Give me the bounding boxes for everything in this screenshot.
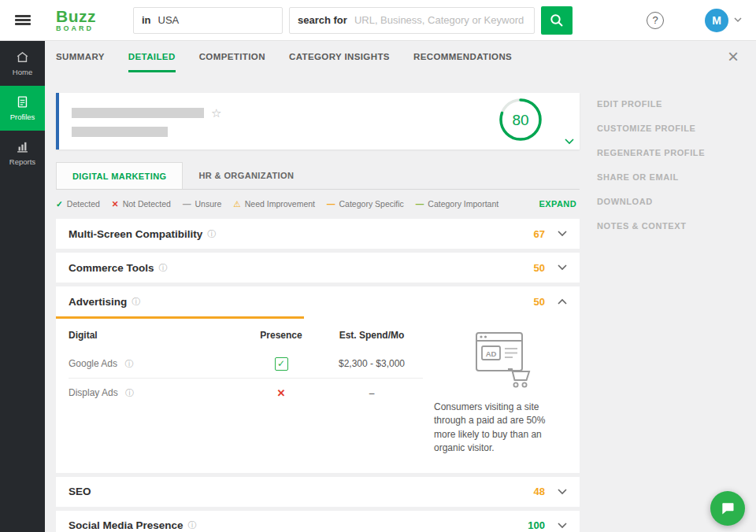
info-icon[interactable]: ⓘ [124,359,133,368]
section-score: 50 [534,262,545,274]
section-score: 100 [528,519,545,531]
top-header: Buzz BOARD in search for ? M [0,0,756,41]
edit-profile-link[interactable]: EDIT PROFILE [597,99,756,109]
info-icon[interactable]: ⓘ [188,519,197,531]
section-header[interactable]: Advertising ⓘ 50 [56,286,580,316]
sidebar-item-label: Home [13,68,32,76]
info-icon[interactable]: ⓘ [207,228,216,240]
section-title: SEO [69,486,91,497]
hamburger-menu-button[interactable] [0,13,45,27]
search-input[interactable] [354,14,526,26]
legend-label: Not Detected [123,199,171,209]
advertising-fact-text: Consumers visiting a site through a paid… [434,401,569,456]
location-field: in [133,7,283,34]
location-label: in [142,14,151,26]
home-icon [16,50,29,64]
info-icon[interactable]: ⓘ [159,262,168,274]
info-icon[interactable]: ⓘ [125,388,134,397]
legend-unsure: — Unsure [183,199,221,209]
legend: ✓ Detected ✕ Not Detected — Unsure ⚠ Nee… [56,199,580,209]
download-link[interactable]: DOWNLOAD [597,197,756,206]
chevron-down-icon[interactable] [558,489,567,495]
expand-card-chevron[interactable] [565,134,574,148]
user-menu[interactable]: M [705,9,742,32]
channel-name: Google Ads [69,358,117,369]
section-header[interactable]: SEO 48 [56,477,580,507]
section-header[interactable]: Commerce Tools ⓘ 50 [56,253,580,283]
column-header-spend: Est. Spend/Mo [321,330,423,341]
buzzboard-logo[interactable]: Buzz BOARD [56,8,113,32]
column-header-presence: Presence [242,330,321,341]
section-advertising: Advertising ⓘ 50 Digital Presence Est. S… [56,286,580,473]
section-score: 67 [534,228,545,240]
tab-summary[interactable]: SUMMARY [56,41,105,72]
avatar[interactable]: M [705,9,728,32]
regenerate-profile-link[interactable]: REGENERATE PROFILE [597,148,756,157]
chat-button[interactable] [710,491,745,526]
share-or-email-link[interactable]: SHARE OR EMAIL [597,172,756,182]
column-header-digital: Digital [69,330,242,341]
search-button[interactable] [541,6,573,35]
section-header[interactable]: Multi-Screen Compatibility ⓘ 67 [56,219,580,249]
section-title: Advertising [69,296,127,308]
dash-green-icon: — [416,199,424,209]
legend-not-detected: ✕ Not Detected [112,199,171,209]
sidebar-item-reports[interactable]: Reports [0,131,45,175]
tab-recommendations[interactable]: RECOMMENDATIONS [413,41,512,72]
legend-need-improvement: ⚠ Need Improvement [233,199,315,209]
redacted-name-line [72,108,204,118]
sidebar-item-home[interactable]: Home [0,41,45,86]
redacted-subtitle-line [72,127,168,137]
sidebar-item-profiles[interactable]: Profiles [0,86,45,131]
close-icon[interactable]: × [728,47,739,66]
main-area: SUMMARY DETAILED COMPETITION CATEGORY IN… [45,41,756,532]
legend-category-important: — Category Important [416,199,498,209]
expand-all-link[interactable]: EXPAND [539,199,576,209]
ad-badge: AD [485,349,496,358]
profile-tabbar: SUMMARY DETAILED COMPETITION CATEGORY IN… [45,41,756,72]
chevron-down-icon[interactable] [558,264,567,271]
section-header[interactable]: Social Media Presence ⓘ 100 [56,511,580,532]
help-icon[interactable]: ? [647,12,664,29]
tab-detailed[interactable]: DETAILED [128,41,176,72]
cross-icon: ✕ [112,199,119,209]
legend-detected: ✓ Detected [56,199,100,209]
left-sidenav: Home Profiles Reports [0,41,45,532]
legend-label: Unsure [195,199,221,209]
info-icon[interactable]: ⓘ [132,296,140,308]
section-social-media-presence: Social Media Presence ⓘ 100 [56,511,580,532]
chevron-down-icon[interactable] [558,231,567,237]
tab-category-insights[interactable]: CATEGORY INSIGHTS [289,41,390,72]
section-commerce-tools: Commerce Tools ⓘ 50 [56,253,580,283]
dash-icon: — [183,199,191,209]
chat-bubble-icon [720,501,736,516]
score-ring-wrap: 80 [498,97,543,146]
presence-cell: ✕ [242,387,321,399]
not-detected-icon: ✕ [277,387,286,399]
tab-competition[interactable]: COMPETITION [199,41,265,72]
country-input[interactable] [158,14,274,26]
legend-label: Detected [67,199,100,209]
section-title: Social Media Presence [69,519,183,531]
spend-value: – [321,388,423,399]
chevron-up-icon[interactable] [558,298,567,305]
ad-illustration: AD [464,330,539,394]
section-title: Commerce Tools [69,262,154,274]
customize-profile-link[interactable]: CUSTOMIZE PROFILE [597,124,756,133]
chevron-down-icon[interactable] [558,523,567,529]
section-seo: SEO 48 [56,477,580,507]
favorite-star-icon[interactable]: ☆ [211,106,221,120]
notes-context-link[interactable]: NOTES & CONTEXT [597,221,756,231]
business-profile-card: ☆ 80 [56,93,580,150]
logo-line1: Buzz [56,8,113,25]
search-label: search for [298,14,347,26]
section-multi-screen-compatibility: Multi-Screen Compatibility ⓘ 67 [56,219,580,249]
business-name-redacted: ☆ [72,106,221,137]
tab-digital-marketing[interactable]: DIGITAL MARKETING [56,162,183,189]
checkbox-checked-icon[interactable]: ✓ [275,357,288,371]
check-icon: ✓ [56,199,63,209]
logo-line2: BOARD [56,25,113,32]
tab-hr-organization[interactable]: HR & ORGANIZATION [183,162,309,189]
sidebar-item-label: Reports [9,157,35,166]
warning-icon: ⚠ [233,199,240,209]
